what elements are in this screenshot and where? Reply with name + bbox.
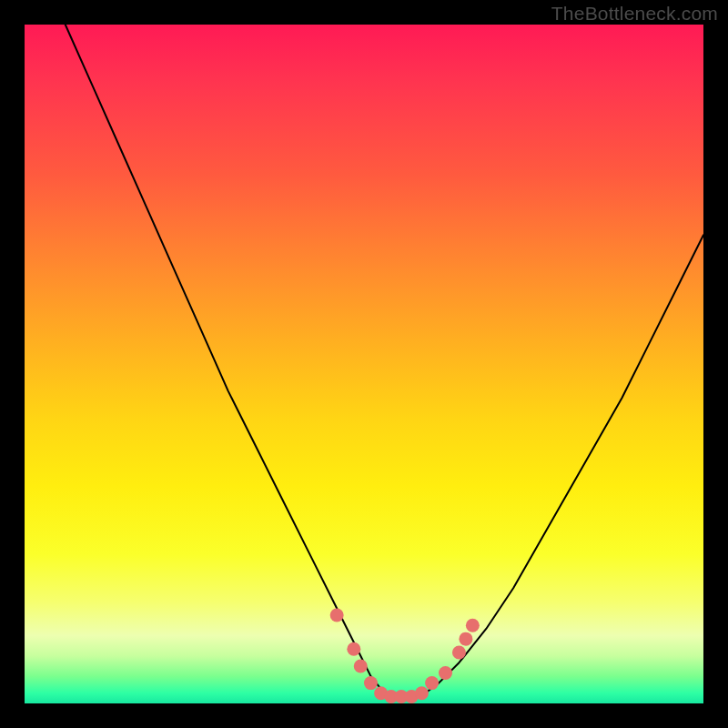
curve-marker — [330, 609, 344, 622]
curve-marker — [439, 666, 452, 680]
curve-marker — [466, 619, 480, 632]
curve-marker — [364, 676, 378, 690]
curve-group — [66, 25, 703, 697]
plot-area — [25, 25, 703, 703]
curve-marker — [459, 632, 472, 646]
curve-marker — [452, 646, 466, 660]
curve-marker — [415, 686, 429, 700]
bottleneck-curve — [66, 25, 703, 697]
watermark-text: TheBottleneck.com — [551, 3, 718, 25]
bottleneck-plot-svg — [25, 25, 703, 703]
curve-marker — [347, 642, 360, 656]
curve-marker — [354, 659, 368, 672]
marker-group — [330, 609, 480, 704]
curve-marker — [425, 676, 439, 690]
chart-frame: TheBottleneck.com — [0, 0, 728, 728]
